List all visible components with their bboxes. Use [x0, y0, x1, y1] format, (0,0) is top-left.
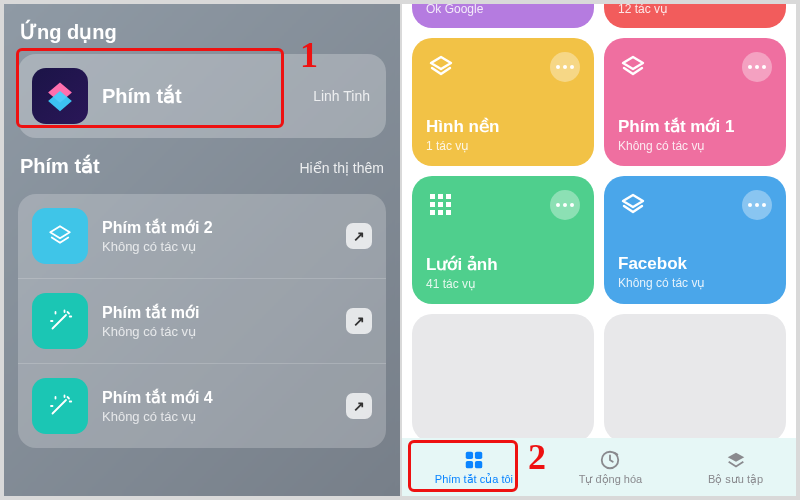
show-more-link[interactable]: Hiển thị thêm	[299, 160, 384, 176]
shortcut-grid: Hey Google Ok Google YouTube PiP 12 tác …	[402, 4, 796, 438]
tab-label: Bộ sưu tập	[708, 473, 763, 486]
more-icon[interactable]	[742, 190, 772, 220]
svg-rect-11	[466, 460, 473, 467]
shortcut-row[interactable]: Phím tắt mới 2 Không có tác vụ ↗	[18, 194, 386, 279]
tile-title: Lưới ảnh	[426, 254, 580, 275]
tab-label: Tự động hóa	[579, 473, 643, 486]
shortcut-tile[interactable]: Hey Google Ok Google	[412, 4, 594, 28]
svg-rect-1	[438, 194, 443, 199]
tile-subtitle: Không có tác vụ	[618, 139, 772, 153]
shortcuts-section-title: Phím tắt	[20, 154, 100, 178]
shortcut-list: Phím tắt mới 2 Không có tác vụ ↗ Phím tắ…	[18, 194, 386, 448]
shortcut-tile-placeholder	[412, 314, 594, 438]
tab-bar: Phím tắt của tôi Tự động hóa Bộ sưu tập	[402, 438, 796, 496]
layers-icon	[32, 208, 88, 264]
shortcut-title: Phím tắt mới 2	[102, 218, 213, 237]
app-card-category: Linh Tinh	[313, 88, 370, 104]
left-pane: Ứng dụng Phím tắt Linh Tinh Phím tắt Hiể…	[4, 4, 400, 496]
shortcut-tile[interactable]: Facebok Không có tác vụ	[604, 176, 786, 304]
svg-rect-6	[430, 210, 435, 215]
svg-rect-2	[446, 194, 451, 199]
right-pane: Hey Google Ok Google YouTube PiP 12 tác …	[402, 4, 796, 496]
svg-rect-12	[475, 460, 482, 467]
app-section-header: Ứng dụng	[18, 14, 386, 54]
shortcut-row[interactable]: Phím tắt mới Không có tác vụ ↗	[18, 279, 386, 364]
tile-title: Facebok	[618, 254, 772, 274]
shortcut-tile[interactable]: Lưới ảnh 41 tác vụ	[412, 176, 594, 304]
shortcut-tile[interactable]: Hình nền 1 tác vụ	[412, 38, 594, 166]
shortcut-subtitle: Không có tác vụ	[102, 239, 213, 254]
layers-icon	[426, 52, 456, 82]
annotation-number-2: 2	[528, 436, 546, 478]
shortcut-tile[interactable]: YouTube PiP 12 tác vụ	[604, 4, 786, 28]
svg-rect-3	[430, 202, 435, 207]
tile-subtitle: 1 tác vụ	[426, 139, 580, 153]
svg-rect-4	[438, 202, 443, 207]
tile-title: Phím tắt mới 1	[618, 116, 772, 137]
tab-my-shortcuts[interactable]: Phím tắt của tôi	[435, 449, 513, 486]
shortcut-tile-placeholder	[604, 314, 786, 438]
tab-automation[interactable]: Tự động hóa	[579, 449, 643, 486]
shortcut-tile[interactable]: Phím tắt mới 1 Không có tác vụ	[604, 38, 786, 166]
more-icon[interactable]	[550, 190, 580, 220]
svg-rect-7	[438, 210, 443, 215]
app-card-title: Phím tắt	[102, 84, 182, 108]
shortcuts-app-icon	[32, 68, 88, 124]
tile-subtitle: Không có tác vụ	[618, 276, 772, 290]
more-icon[interactable]	[742, 52, 772, 82]
more-icon[interactable]	[550, 52, 580, 82]
shortcut-row[interactable]: Phím tắt mới 4 Không có tác vụ ↗	[18, 364, 386, 448]
open-arrow-icon[interactable]: ↗	[346, 223, 372, 249]
open-arrow-icon[interactable]: ↗	[346, 393, 372, 419]
annotation-number-1: 1	[300, 34, 318, 76]
grid-icon	[426, 190, 456, 220]
svg-rect-10	[475, 451, 482, 458]
tile-subtitle: 41 tác vụ	[426, 277, 580, 291]
svg-rect-0	[430, 194, 435, 199]
shortcut-title: Phím tắt mới	[102, 303, 199, 322]
svg-rect-5	[446, 202, 451, 207]
shortcut-subtitle: Không có tác vụ	[102, 324, 199, 339]
open-arrow-icon[interactable]: ↗	[346, 308, 372, 334]
shortcut-subtitle: Không có tác vụ	[102, 409, 213, 424]
shortcut-title: Phím tắt mới 4	[102, 388, 213, 407]
app-section-title: Ứng dụng	[20, 20, 117, 44]
svg-rect-8	[446, 210, 451, 215]
tile-subtitle: 12 tác vụ	[618, 4, 772, 16]
tile-title: Hình nền	[426, 116, 580, 137]
layers-icon	[618, 52, 648, 82]
wand-icon	[32, 293, 88, 349]
tab-label: Phím tắt của tôi	[435, 473, 513, 486]
tab-gallery[interactable]: Bộ sưu tập	[708, 449, 763, 486]
layers-icon	[618, 190, 648, 220]
svg-rect-9	[466, 451, 473, 458]
wand-icon	[32, 378, 88, 434]
shortcuts-section-header: Phím tắt Hiển thị thêm	[18, 148, 386, 188]
tile-subtitle: Ok Google	[426, 4, 580, 16]
shortcuts-app-card[interactable]: Phím tắt Linh Tinh	[18, 54, 386, 138]
